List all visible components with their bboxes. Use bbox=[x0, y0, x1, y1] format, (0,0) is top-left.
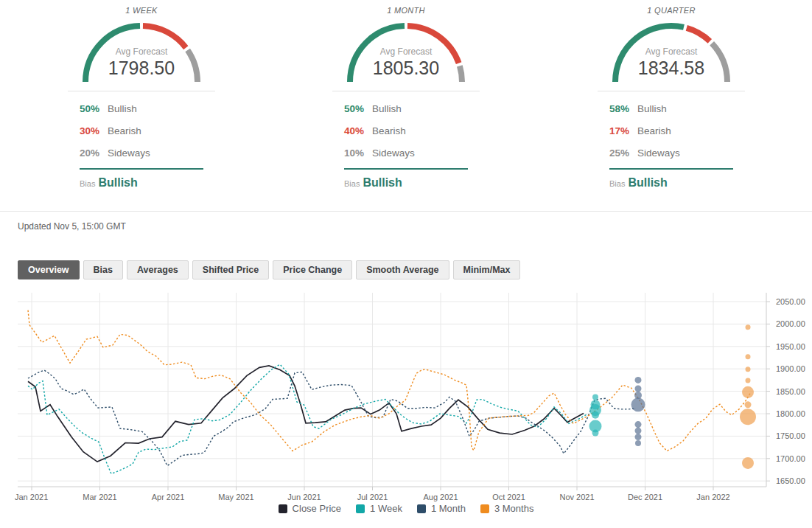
series-3-months bbox=[28, 310, 750, 451]
forecast-bubble bbox=[635, 421, 642, 428]
bullish-pct: 50% bbox=[344, 98, 372, 120]
x-axis-label: Mar 2021 bbox=[83, 493, 116, 501]
bearish-pct: 40% bbox=[344, 120, 372, 142]
bullish-pct: 58% bbox=[609, 98, 637, 120]
legend-label: 1 Week bbox=[370, 503, 402, 514]
bullish-label: Bullish bbox=[108, 103, 137, 114]
gauge-title: 1 WEEK bbox=[9, 6, 274, 15]
tab-smooth-average[interactable]: Smooth Average bbox=[356, 260, 449, 279]
y-axis-label: 1800.00 bbox=[776, 409, 805, 418]
divider bbox=[80, 168, 203, 170]
x-axis-label: Jan 2021 bbox=[15, 493, 48, 501]
tab-minim-max[interactable]: Minim/Max bbox=[453, 260, 521, 279]
legend-item-3-months[interactable]: 3 Months bbox=[480, 503, 533, 514]
y-axis-label: 1700.00 bbox=[776, 454, 805, 463]
avg-forecast-label: Avg Forecast bbox=[340, 46, 472, 57]
bearish-stat-row: 40%Bearish bbox=[344, 120, 468, 142]
x-axis-label: Dec 2021 bbox=[628, 493, 662, 501]
bias-value: Bullish bbox=[628, 176, 667, 189]
series-1-week bbox=[28, 364, 587, 473]
bullish-stat-row: 50%Bullish bbox=[80, 98, 203, 120]
tab-overview[interactable]: Overview bbox=[18, 260, 80, 279]
sideways-pct: 25% bbox=[609, 142, 637, 164]
x-axis-label: Jul 2021 bbox=[357, 493, 388, 501]
bullish-pct: 50% bbox=[80, 98, 108, 120]
y-axis-label: 2000.00 bbox=[776, 319, 805, 328]
forecast-bubble bbox=[635, 377, 642, 383]
forecast-bubble bbox=[745, 401, 752, 408]
bearish-stat-row: 17%Bearish bbox=[609, 120, 733, 142]
gauge-title: 1 MONTH bbox=[273, 6, 539, 15]
sideways-stat-row: 10%Sideways bbox=[344, 142, 468, 164]
x-axis-label: Apr 2021 bbox=[152, 493, 185, 501]
tab-averages[interactable]: Averages bbox=[127, 260, 189, 279]
forecast-bubble bbox=[746, 378, 751, 383]
bullish-stat-row: 50%Bullish bbox=[344, 98, 468, 120]
avg-forecast-label: Avg Forecast bbox=[75, 46, 208, 57]
bearish-label: Bearish bbox=[372, 125, 406, 136]
x-axis-label: May 2021 bbox=[218, 493, 253, 501]
bullish-label: Bullish bbox=[637, 103, 667, 114]
legend-item-1-week[interactable]: 1 Week bbox=[356, 503, 402, 514]
sideways-label: Sideways bbox=[637, 147, 680, 159]
divider bbox=[609, 168, 733, 170]
legend-label: Close Price bbox=[293, 503, 341, 514]
chart-legend: Close Price1 Week1 Month3 Months bbox=[0, 503, 812, 514]
y-axis-label: 1950.00 bbox=[776, 342, 805, 351]
gauge-segment bbox=[687, 28, 710, 41]
legend-label: 3 Months bbox=[494, 503, 533, 514]
y-axis-label: 1850.00 bbox=[776, 387, 805, 396]
divider bbox=[0, 211, 812, 212]
x-axis-label: Nov 2021 bbox=[559, 493, 594, 501]
forecast-bubble bbox=[740, 409, 756, 425]
forecast-bubble bbox=[592, 430, 599, 437]
tab-shifted-price[interactable]: Shifted Price bbox=[192, 260, 269, 279]
bias-label: Bias bbox=[609, 179, 625, 188]
legend-item-close-price[interactable]: Close Price bbox=[279, 503, 341, 514]
x-axis-label: Jun 2021 bbox=[287, 493, 321, 501]
forecast-bubble bbox=[742, 457, 754, 469]
bearish-label: Bearish bbox=[108, 125, 141, 136]
divider bbox=[344, 168, 468, 170]
forecast-bubble bbox=[746, 324, 751, 330]
divider bbox=[598, 91, 745, 91]
updated-timestamp: Updated Nov 5, 15:00 GMT bbox=[18, 221, 126, 232]
bias-label: Bias bbox=[80, 179, 95, 188]
y-axis-label: 1750.00 bbox=[776, 431, 805, 440]
tab-price-change[interactable]: Price Change bbox=[273, 260, 352, 279]
legend-swatch bbox=[480, 504, 489, 513]
sideways-stat-row: 25%Sideways bbox=[609, 142, 733, 164]
forecast-bubble bbox=[746, 354, 751, 359]
divider bbox=[332, 91, 480, 91]
bullish-label: Bullish bbox=[372, 103, 402, 114]
legend-swatch bbox=[279, 504, 287, 513]
forecast-bubble bbox=[635, 434, 642, 440]
avg-forecast-value: 1805.30 bbox=[340, 58, 472, 79]
sideways-pct: 10% bbox=[344, 142, 372, 164]
legend-swatch bbox=[417, 504, 426, 513]
forecast-bubble bbox=[631, 397, 645, 411]
forecast-bubble bbox=[742, 386, 754, 398]
forecast-bubble bbox=[746, 367, 751, 372]
bullish-stat-row: 58%Bullish bbox=[609, 98, 733, 120]
bearish-stat-row: 30%Bearish bbox=[80, 120, 203, 142]
sideways-label: Sideways bbox=[372, 147, 415, 159]
x-axis-label: Oct 2021 bbox=[492, 493, 525, 501]
legend-item-1-month[interactable]: 1 Month bbox=[417, 503, 466, 514]
forecast-card-1quarter: 1 QUARTER Avg Forecast 1834.58 58%Bullis… bbox=[539, 6, 804, 190]
forecast-card-1week: 1 WEEK Avg Forecast 1798.50 50%Bullish 3… bbox=[9, 6, 274, 190]
y-axis-label: 1900.00 bbox=[776, 364, 805, 373]
avg-forecast-value: 1834.58 bbox=[605, 58, 738, 79]
bias-value: Bullish bbox=[363, 176, 402, 189]
bias-value: Bullish bbox=[98, 176, 137, 189]
forecast-chart[interactable]: 1650.001700.001750.001800.001850.001900.… bbox=[0, 288, 812, 503]
forecast-bubble bbox=[635, 386, 642, 392]
bearish-pct: 30% bbox=[80, 120, 108, 142]
forecast-bubble bbox=[592, 411, 599, 419]
forecast-card-1month: 1 MONTH Avg Forecast 1805.30 50%Bullish … bbox=[273, 6, 539, 190]
x-axis-label: Jan 2022 bbox=[696, 493, 729, 501]
tab-bias[interactable]: Bias bbox=[83, 260, 123, 279]
gauge-title: 1 QUARTER bbox=[539, 6, 804, 15]
bias-label: Bias bbox=[344, 179, 360, 188]
gauge-segment bbox=[143, 26, 186, 48]
